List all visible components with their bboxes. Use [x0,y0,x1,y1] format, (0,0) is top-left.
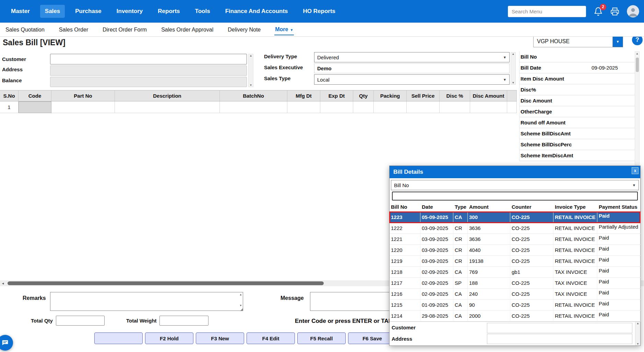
f4-edit-button[interactable]: F4 Edit [247,332,295,344]
cell-date: 02-09-2025 [420,289,453,300]
bill-row-1217[interactable]: 121702-09-2025SP188CO-225TAX INVOICEPaid [390,278,640,289]
header-fields-scrollbar[interactable]: ▲ ▼ [511,52,516,85]
function-button-row: F2 Hold F3 New F4 Edit F5 Recall F6 Save [94,332,396,344]
search-menu-input[interactable] [508,6,586,17]
grid-cell-batchno[interactable] [220,101,287,113]
f2-hold-button[interactable]: F2 Hold [145,332,193,344]
person-icon [627,5,639,17]
customer-input[interactable] [50,54,247,64]
notifications-button[interactable]: 2 [594,7,603,16]
cell-invoice-type: RETAIL INVOICE [553,256,597,267]
customer-fields-scrollbar[interactable]: ▲ ▼ [248,54,253,87]
nav-item-sales[interactable]: Sales [40,5,65,18]
scroll-thumb[interactable] [8,281,324,285]
enter-code-hint: Enter Code or press ENTER or TAB [295,318,393,325]
dialog-title: Bill Details [393,169,632,175]
panel-label: OtherCharge [520,109,592,114]
total-qty-input[interactable] [56,316,105,326]
grid-cell-packing[interactable] [374,101,407,113]
bill-row-1223[interactable]: 122305-09-2025CA300CO-225RETAIL INVOICEP… [390,212,640,223]
grid-col-discperc: Disc % [440,90,470,101]
total-weight-input[interactable] [159,316,208,326]
dialog-titlebar[interactable]: Bill Details x [390,166,640,178]
user-avatar[interactable] [627,5,639,17]
dialog-scrollbar[interactable]: ▲ ▼ [635,322,640,345]
grid-cell-qty[interactable] [353,101,374,113]
subnav-item-sales-order[interactable]: Sales Order [58,24,89,35]
scroll-down-icon[interactable]: ▼ [512,81,515,84]
bill-row-1218[interactable]: 121802-09-2025CA769gb1TAX INVOICEPaid [390,267,640,278]
bill-row-1216[interactable]: 121602-09-2025CA240CO-225TAX INVOICEPaid [390,289,640,300]
bill-row-1221[interactable]: 122103-09-2025CR3636CO-225RETAIL INVOICE… [390,234,640,245]
nav-item-ho-reports[interactable]: HO Reports [298,5,340,18]
col-amount: Amount [468,202,510,212]
grid-cell-discperc[interactable] [440,101,470,113]
chat-widget-button[interactable] [0,335,13,351]
total-qty-label: Total Qty [31,318,53,324]
subnav-item-sales-order-approval[interactable]: Sales Order Approval [160,24,214,35]
nav-item-inventory[interactable]: Inventory [112,5,148,18]
delivery-type-select[interactable]: Delivered ▼ [314,52,510,62]
grid-cell-discamount[interactable] [470,101,507,113]
panel-scrollbar[interactable]: ▲ [635,51,640,165]
cell-type: CA [453,289,468,300]
chevron-down-icon: ▼ [503,78,506,82]
cell-invoice-type: RETAIL INVOICE [553,223,597,234]
bill-search-input[interactable] [392,192,638,201]
grid-cell-mfgdt[interactable] [287,101,320,113]
cell-date: 02-09-2025 [420,267,453,278]
f5-recall-button[interactable]: F5 Recall [297,332,346,344]
print-button[interactable] [610,7,619,16]
grid-cell-code[interactable] [19,101,51,113]
scroll-left-icon[interactable]: ◄ [0,280,6,286]
branch-select[interactable]: VGP HOUSE ▼ [533,36,623,47]
cell-counter: CO-225 [510,278,553,289]
grid-cell-partno[interactable] [51,101,115,113]
scroll-down-icon[interactable]: ▼ [636,342,639,345]
bill-row-1215[interactable]: 121501-09-2025CA90CO-225RETAIL INVOICEPa… [390,300,640,311]
scroll-up-icon[interactable]: ▲ [512,52,515,56]
cell-type: CA [453,267,468,278]
subnav-item-delivery-note[interactable]: Delivery Note [227,24,261,35]
scroll-up-icon[interactable]: ▲ [250,54,252,57]
bill-row-1219[interactable]: 121903-09-2025CR19138CO-225RETAIL INVOIC… [390,256,640,267]
branch-dropdown-button[interactable]: ▼ [612,36,623,47]
remarks-textarea[interactable]: ▲ ▼ ◢ [50,292,243,311]
sales-type-select[interactable]: Local ▼ [314,74,510,85]
scroll-thumb[interactable] [636,58,639,72]
bill-row-1222[interactable]: 122203-09-2025CR3636CO-225RETAIL INVOICE… [390,223,640,234]
col-counter: Counter [510,202,553,212]
scroll-up-icon[interactable]: ▲ [239,293,242,296]
grid-cell-sellprice[interactable] [407,101,440,113]
cell-invoice-type: RETAIL INVOICE [553,245,597,256]
grid-cell-expdt[interactable] [320,101,353,113]
dialog-customer-input[interactable] [487,323,632,333]
f3-new-button[interactable]: F3 New [196,332,244,344]
scroll-down-icon[interactable]: ▼ [239,304,242,307]
f1-button[interactable] [94,332,143,344]
close-button[interactable]: x [632,167,639,174]
nav-item-finance-and-accounts[interactable]: Finance And Accounts [220,5,293,18]
nav-item-reports[interactable]: Reports [153,5,184,18]
nav-item-tools[interactable]: Tools [190,5,215,18]
bill-row-1214[interactable]: 121429-08-2025CA2000CO-225RETAIL INVOICE… [390,311,640,321]
page-title: Sales Bill [VIEW] [3,38,65,47]
resize-grip-icon[interactable]: ◢ [240,307,243,311]
bill-row-1220[interactable]: 122003-09-2025CR4040CO-225RETAIL INVOICE… [390,245,640,256]
nav-item-purchase[interactable]: Purchase [70,5,106,18]
bill-filter-select[interactable]: Bill No ▼ [391,180,639,190]
nav-item-master[interactable]: Master [6,5,35,18]
scroll-up-icon[interactable]: ▲ [636,322,639,325]
panel-row-disc-perc: Disc% [520,84,635,95]
cell-payment-status: Paid [597,289,641,300]
scroll-down-icon[interactable]: ▼ [250,84,252,87]
cell-counter: CO-225 [510,300,553,311]
subnav-item-direct-order-form[interactable]: Direct Order Form [102,24,147,35]
scroll-up-icon[interactable]: ▲ [635,52,639,55]
sales-executive-field[interactable]: Demo [314,63,510,73]
chevron-down-icon: ▼ [503,56,506,59]
subnav-item-sales-quotation[interactable]: Sales Quotation [5,24,45,35]
grid-cell-description[interactable] [115,101,220,113]
subnav-item-more[interactable]: More▼ [274,24,294,35]
dialog-address-input[interactable] [487,334,632,344]
